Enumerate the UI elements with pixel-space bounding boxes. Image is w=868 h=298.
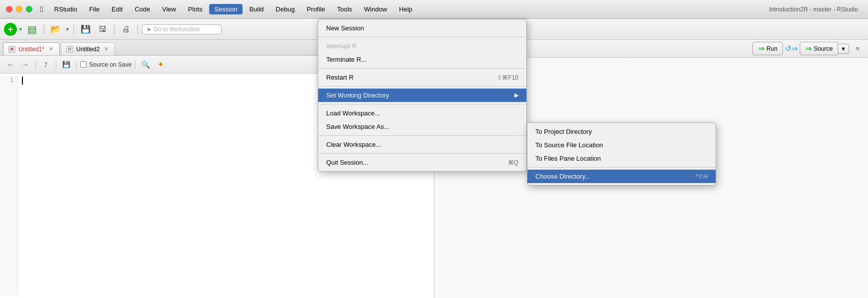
menu-save-workspace[interactable]: Save Workspace As...: [318, 120, 526, 133]
new-session-label: New Session: [326, 24, 364, 32]
menu-quit-session[interactable]: Quit Session... ⌘Q: [318, 156, 526, 169]
save-button[interactable]: 💾: [78, 22, 93, 36]
menu-view[interactable]: View: [157, 4, 181, 14]
title-bar:  RStudio File Edit Code View Plots Sess…: [0, 0, 868, 19]
search-icon: 🔍: [141, 61, 150, 69]
back-icon: ←: [7, 61, 14, 69]
files-pane-label: To Files Pane Location: [535, 155, 601, 162]
menu-debug[interactable]: Debug: [271, 4, 300, 14]
code-tools-icon: ✦: [157, 60, 164, 69]
source-dropdown-icon: ▼: [841, 46, 846, 52]
quit-session-label: Quit Session...: [326, 159, 369, 166]
forward-button[interactable]: →: [19, 59, 32, 71]
source-arrow-icon: ⇒: [805, 44, 812, 53]
forward-icon: →: [22, 61, 29, 69]
restart-r-label: Restart R: [326, 74, 354, 81]
menu-window[interactable]: Window: [359, 4, 392, 14]
terminate-r-label: Terminate R...: [326, 56, 367, 63]
code-tools-button[interactable]: ✦: [154, 59, 167, 71]
session-divider-4: [318, 104, 526, 104]
toolbar-separator-4: [137, 24, 138, 34]
menu-tools[interactable]: Tools: [332, 4, 357, 14]
go-to-line-button[interactable]: ⤴: [39, 59, 52, 71]
traffic-lights: [6, 6, 32, 12]
run-arrow-icon: ⇒: [758, 44, 764, 53]
ed-separator-4: [135, 60, 135, 69]
line-number-1: 1: [4, 77, 13, 84]
goto-arrow-icon: ➤: [146, 26, 151, 33]
new-project-button[interactable]: ▤: [25, 22, 40, 36]
toolbar-separator-3: [114, 24, 115, 34]
session-divider-2: [318, 68, 526, 69]
goto-file-input[interactable]: ➤ Go to file/function: [142, 24, 222, 34]
submenu-project-dir[interactable]: To Project Directory: [527, 125, 716, 138]
quit-session-shortcut: ⌘Q: [508, 159, 518, 166]
set-working-dir-label: Set Working Directory: [326, 92, 389, 99]
menu-edit[interactable]: Edit: [107, 4, 127, 14]
project-dir-label: To Project Directory: [535, 128, 592, 135]
new-file-button[interactable]: +: [4, 23, 17, 36]
save-editor-button[interactable]: 💾: [60, 59, 73, 71]
apple-logo: : [40, 5, 43, 14]
run-button[interactable]: ⇒ Run: [752, 42, 783, 55]
session-menu[interactable]: New Session Interrupt R Terminate R... R…: [318, 19, 527, 172]
rerun-button[interactable]: ↺⇒: [785, 43, 798, 55]
ed-separator-2: [56, 60, 56, 69]
new-file-dropdown-icon[interactable]: ▼: [18, 27, 23, 32]
choose-dir-label: Choose Directory...: [535, 173, 590, 180]
open-file-button[interactable]: 📂: [48, 22, 63, 36]
menu-file[interactable]: File: [84, 4, 105, 14]
submenu-files-pane[interactable]: To Files Pane Location: [527, 152, 716, 165]
tab-untitled2[interactable]: R Untitled2 ✕: [61, 42, 115, 55]
submenu-source-file[interactable]: To Source File Location: [527, 138, 716, 152]
menu-session[interactable]: Session: [209, 4, 242, 14]
back-button[interactable]: ←: [4, 59, 17, 71]
open-dropdown-icon[interactable]: ▼: [65, 27, 70, 32]
editor-options-button[interactable]: ≡: [851, 43, 864, 55]
go-to-line-icon: ⤴: [44, 61, 47, 68]
menu-help[interactable]: Help: [394, 4, 417, 14]
menu-build[interactable]: Build: [245, 4, 269, 14]
search-button[interactable]: 🔍: [139, 59, 152, 71]
line-numbers: 1: [0, 76, 18, 296]
print-button[interactable]: 🖨: [119, 22, 133, 36]
save-icon: 💾: [81, 24, 91, 34]
source-dropdown-button[interactable]: ▼: [838, 44, 849, 54]
close-button[interactable]: [6, 6, 12, 12]
source-on-save-checkbox[interactable]: [80, 61, 87, 68]
menu-clear-workspace[interactable]: Clear Workspace...: [318, 138, 526, 151]
set-working-dir-submenu[interactable]: To Project Directory To Source File Loca…: [527, 122, 716, 186]
menu-new-session[interactable]: New Session: [318, 21, 526, 35]
restart-r-shortcut: ⇧⌘F10: [497, 74, 518, 81]
goto-placeholder: Go to file/function: [153, 26, 200, 33]
load-workspace-label: Load Workspace...: [326, 109, 380, 117]
tab-close-2[interactable]: ✕: [103, 46, 110, 53]
ed-separator-1: [35, 60, 36, 69]
toolbar-separator-1: [44, 24, 44, 34]
menu-load-workspace[interactable]: Load Workspace...: [318, 106, 526, 120]
menu-code[interactable]: Code: [129, 4, 155, 14]
save-all-button[interactable]: 🖫: [95, 22, 110, 36]
tab-close-1[interactable]: ✕: [47, 46, 54, 53]
save-all-icon: 🖫: [99, 25, 107, 34]
tab-untitled1[interactable]: R Untitled1* ✕: [3, 42, 60, 55]
minimize-button[interactable]: [16, 6, 22, 12]
ed-separator-3: [76, 60, 77, 69]
save-workspace-label: Save Workspace As...: [326, 123, 389, 130]
menu-rstudio[interactable]: RStudio: [49, 4, 82, 14]
menu-terminate-r[interactable]: Terminate R...: [318, 53, 526, 66]
source-on-save-label[interactable]: Source on Save: [80, 61, 131, 68]
tab-r-icon-1: R: [8, 46, 15, 53]
window-title: Introduction2R - master - RStudio: [769, 6, 858, 13]
source-button[interactable]: ⇒ Source: [800, 42, 838, 55]
submenu-divider: [527, 167, 716, 168]
submenu-choose-dir[interactable]: Choose Directory... ^⇧H: [527, 170, 716, 183]
maximize-button[interactable]: [26, 6, 32, 12]
menu-set-working-dir[interactable]: Set Working Directory ▶: [318, 89, 526, 102]
menu-plots[interactable]: Plots: [183, 4, 207, 14]
clear-workspace-label: Clear Workspace...: [326, 141, 381, 148]
menu-restart-r[interactable]: Restart R ⇧⌘F10: [318, 71, 526, 84]
rerun-icon: ↺⇒: [785, 44, 798, 53]
menu-profile[interactable]: Profile: [302, 4, 330, 14]
tab-r-icon-2: R: [66, 46, 73, 53]
